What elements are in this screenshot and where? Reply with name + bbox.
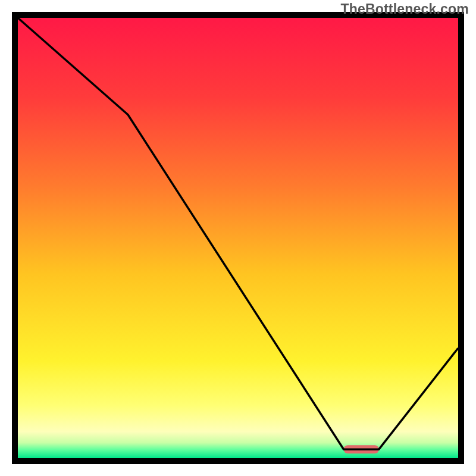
watermark-label: TheBottleneck.com — [340, 1, 469, 17]
bottleneck-chart — [0, 0, 476, 476]
gradient-background — [18, 18, 458, 458]
chart-container: TheBottleneck.com — [0, 0, 476, 476]
